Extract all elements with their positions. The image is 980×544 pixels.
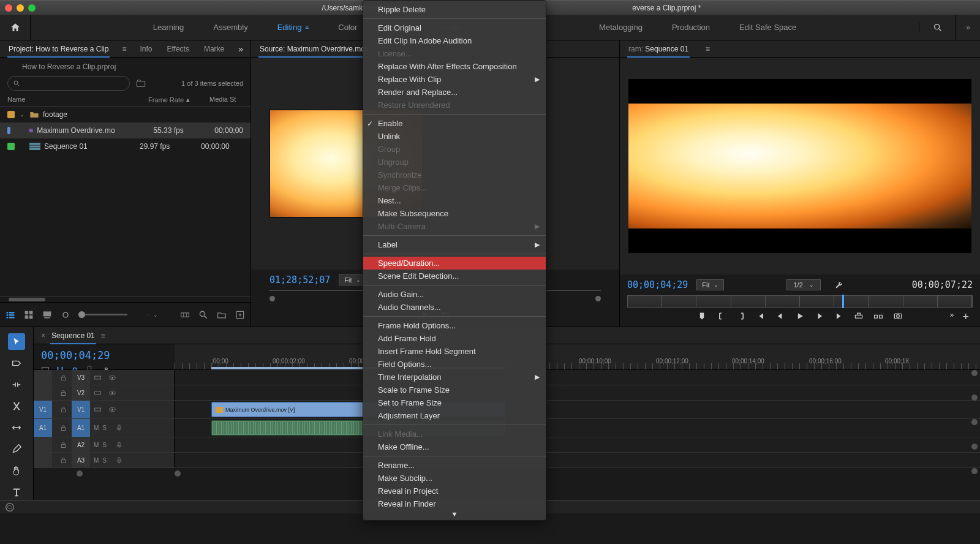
workspace-overflow[interactable]: » (956, 15, 980, 40)
export-frame-btn[interactable] (893, 311, 903, 323)
program-timecode[interactable]: 00;00;04;29 (627, 279, 688, 290)
solo-btn[interactable]: S (102, 425, 107, 431)
menu-item-edit-original[interactable]: Edit Original (363, 21, 546, 34)
solo-btn[interactable]: S (102, 457, 107, 464)
button-editor[interactable]: » (950, 311, 954, 323)
hand-tool[interactable] (8, 462, 25, 478)
label-color[interactable] (7, 143, 15, 150)
menu-item-scale-to-frame-size[interactable]: Scale to Frame Size (363, 383, 546, 396)
step-fwd-btn[interactable] (815, 311, 824, 323)
menu-item-replace-with-clip[interactable]: Replace With Clip▶ (363, 73, 546, 86)
menu-item-reveal-in-finder[interactable]: Reveal in Finder (363, 497, 546, 510)
new-item-btn[interactable] (235, 309, 246, 320)
mute-btn[interactable]: M (94, 442, 99, 448)
lock-icon[interactable] (56, 389, 70, 397)
source-timecode[interactable]: 01;28;52;07 (270, 274, 330, 285)
sort-dropdown[interactable]: ⌄ (147, 309, 158, 320)
lock-icon[interactable] (56, 456, 70, 464)
lift-btn[interactable] (854, 311, 864, 323)
sync-lock-icon[interactable] (90, 389, 105, 397)
col-media-start[interactable]: Media St (209, 96, 243, 104)
solo-btn[interactable]: S (102, 442, 107, 448)
tab-sequence-menu[interactable]: ≡ (101, 331, 105, 340)
list-view-btn[interactable] (5, 309, 16, 320)
menu-item-unlink[interactable]: Unlink (363, 130, 546, 143)
toggle-output-icon[interactable] (105, 374, 119, 382)
slip-tool[interactable] (8, 419, 25, 436)
program-monitor[interactable] (620, 58, 980, 274)
track-target[interactable]: A2 (72, 437, 90, 452)
close-window[interactable] (5, 4, 12, 12)
lock-icon[interactable] (56, 424, 70, 432)
automate-to-sequence-btn[interactable] (179, 309, 190, 320)
program-fit-dropdown[interactable]: Fit⌄ (696, 279, 723, 290)
label-color[interactable] (7, 111, 15, 118)
menu-item-make-subclip[interactable]: Make Subclip... (363, 472, 546, 485)
tab-effects[interactable]: Effects (165, 45, 190, 53)
workspace-metalogging[interactable]: Metalogging (584, 15, 657, 40)
add-marker-btn[interactable] (697, 311, 707, 323)
type-tool[interactable] (8, 483, 25, 500)
home-button[interactable] (0, 15, 31, 40)
context-menu[interactable]: Ripple DeleteEdit OriginalEdit Clip In A… (363, 0, 546, 521)
menu-item-label[interactable]: Label▶ (363, 238, 546, 251)
menu-item-ripple-delete[interactable]: Ripple Delete (363, 3, 546, 16)
menu-item-audio-channels[interactable]: Audio Channels... (363, 301, 546, 314)
maximize-window[interactable] (28, 4, 36, 12)
track-target[interactable]: V3 (72, 370, 90, 385)
menu-item-insert-frame-hold-segment[interactable]: Insert Frame Hold Segment (363, 345, 546, 358)
track-target[interactable]: A3 (72, 453, 90, 467)
panel-overflow[interactable]: » (238, 44, 243, 54)
project-row-folder[interactable]: ⌄ footage (0, 107, 251, 123)
workspace-dropdown-icon[interactable]: ≡ (305, 24, 309, 31)
col-frame-rate[interactable]: Frame Rate▴ (148, 96, 209, 104)
new-bin-icon[interactable] (136, 79, 146, 88)
menu-item-make-subsequence[interactable]: Make Subsequence (363, 207, 546, 220)
program-timeline[interactable] (627, 295, 973, 308)
timeline-v-scroll[interactable] (970, 370, 979, 488)
toggle-output-icon[interactable] (105, 389, 119, 397)
ripple-edit-tool[interactable] (8, 376, 25, 393)
mark-out-btn[interactable] (736, 311, 746, 323)
toggle-output-icon[interactable] (105, 406, 119, 414)
workspace-production[interactable]: Production (657, 15, 725, 40)
label-color[interactable] (7, 127, 10, 134)
workspace-learning[interactable]: Learning (138, 15, 199, 40)
creative-cloud-icon[interactable] (5, 502, 15, 512)
tab-source[interactable]: Source: Maximum Overdrive.mov (258, 45, 370, 53)
tab-program[interactable]: ram: Sequence 01 (627, 45, 690, 53)
menu-item-nest[interactable]: Nest... (363, 194, 546, 207)
menu-item-scene-edit-detection[interactable]: Scene Edit Detection... (363, 270, 546, 282)
voice-over-icon[interactable] (111, 456, 126, 464)
voice-over-icon[interactable] (111, 441, 126, 449)
menu-item-time-interpolation[interactable]: Time Interpolation▶ (363, 371, 546, 383)
source-patch[interactable]: A1 (34, 419, 52, 437)
menu-item-make-offline[interactable]: Make Offline... (363, 440, 546, 453)
tab-project[interactable]: Project: How to Reverse a Clip (7, 45, 110, 53)
menu-item-add-frame-hold[interactable]: Add Frame Hold (363, 332, 546, 345)
minimize-window[interactable] (17, 4, 24, 12)
menu-item-replace-with-after-effects-composition[interactable]: Replace With After Effects Composition (363, 60, 546, 73)
freeform-view-btn[interactable] (42, 309, 53, 320)
lock-icon[interactable] (56, 441, 70, 449)
mute-btn[interactable]: M (94, 425, 99, 431)
track-target[interactable]: V1 (72, 401, 90, 418)
timeline-timecode[interactable]: 00;00;04;29 (41, 349, 167, 361)
menu-scroll-down[interactable]: ▼ (363, 510, 546, 518)
menu-item-reveal-in-project[interactable]: Reveal in Project (363, 485, 546, 497)
menu-item-set-to-frame-size[interactable]: Set to Frame Size (363, 396, 546, 409)
add-button[interactable]: + (962, 311, 969, 323)
extract-btn[interactable] (873, 311, 883, 323)
workspace-edit-safe-space[interactable]: Edit Safe Space (725, 15, 811, 40)
menu-item-render-and-replace[interactable]: Render and Replace... (363, 86, 546, 99)
menu-item-speed-duration[interactable]: Speed/Duration... (363, 257, 546, 270)
sync-lock-icon[interactable] (90, 374, 105, 382)
tab-markers[interactable]: Marke (203, 45, 225, 53)
razor-tool[interactable] (8, 398, 25, 414)
program-playhead[interactable] (842, 295, 844, 308)
workspace-editing[interactable]: Editing≡ (263, 15, 324, 40)
pen-tool[interactable] (8, 440, 25, 457)
mute-btn[interactable]: M (94, 457, 99, 464)
project-search[interactable] (7, 76, 130, 91)
go-to-out-btn[interactable] (834, 311, 844, 323)
